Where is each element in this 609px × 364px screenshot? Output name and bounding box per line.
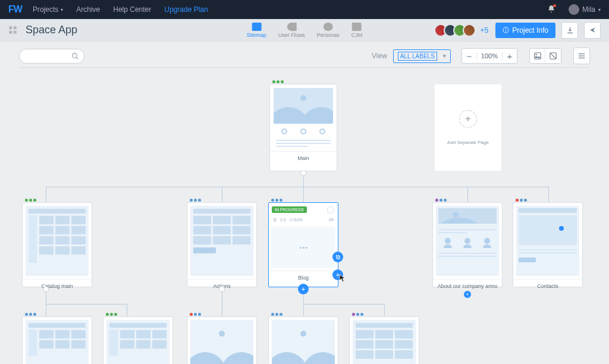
share-button[interactable] (584, 22, 601, 39)
tab-userflows[interactable]: User Flows (278, 23, 305, 38)
svg-rect-3 (14, 31, 17, 34)
svg-rect-1 (14, 26, 17, 29)
svg-point-7 (73, 53, 77, 58)
avatar (569, 4, 579, 15)
team-avatars[interactable] (438, 24, 476, 37)
search-input[interactable] (19, 49, 84, 64)
nav-archive[interactable]: Archive (76, 5, 100, 14)
add-page-label: Add Separate Page (447, 140, 489, 145)
svg-rect-13 (579, 58, 585, 58)
svg-rect-6 (506, 29, 506, 29)
team-overflow[interactable]: +5 (481, 26, 489, 34)
page-card-catalog[interactable]: Catalog main (22, 202, 92, 287)
image-view-icon[interactable] (530, 49, 545, 63)
tab-cjm[interactable]: CJM (351, 23, 363, 38)
svg-rect-2 (9, 31, 12, 34)
nav-upgrade[interactable]: Upgrade Plan (164, 5, 208, 14)
zoom-value: 100% (476, 52, 503, 59)
cursor-icon (339, 274, 346, 283)
zoom-out-button[interactable]: − (462, 49, 476, 63)
svg-rect-0 (9, 26, 12, 29)
svg-point-9 (535, 54, 536, 55)
card-label: Main (270, 151, 337, 165)
add-child-fab[interactable]: + (464, 291, 471, 298)
project-info-button[interactable]: Project Info (495, 23, 555, 38)
page-card-contacts[interactable]: Contacts (513, 202, 583, 287)
nav-projects[interactable]: Projects▾ (33, 5, 63, 14)
svg-rect-11 (579, 54, 585, 54)
page-card[interactable] (22, 316, 92, 364)
svg-rect-14 (336, 255, 339, 258)
duplicate-fab[interactable] (332, 252, 343, 262)
page-card[interactable] (268, 316, 338, 364)
card-label: Catalog main (23, 279, 92, 293)
status-badge: IN PROGRESS (272, 206, 307, 213)
page-card-about[interactable]: About our company annu (432, 202, 503, 287)
logo[interactable]: FW (8, 4, 22, 15)
card-label: Contacts (513, 279, 582, 293)
page-card-blog[interactable]: IN PROGRESS ☰⎙ 2☑ 6/2469 Blog + + (268, 202, 338, 287)
list-view-button[interactable] (573, 48, 590, 64)
check-icon (327, 206, 334, 214)
image-off-icon[interactable] (545, 49, 561, 63)
chevron-down-icon: ▾ (443, 53, 446, 59)
export-button[interactable] (561, 22, 578, 39)
view-label: View (372, 52, 387, 60)
svg-rect-12 (579, 55, 585, 56)
apps-grid-icon[interactable] (8, 26, 17, 34)
page-title: Space App (26, 24, 77, 36)
labels-dropdown[interactable]: ALL LABELS▾ (393, 49, 451, 63)
tab-sitemap[interactable]: Sitemap (247, 23, 266, 38)
page-card[interactable] (349, 316, 419, 364)
svg-rect-5 (506, 30, 506, 32)
plus-icon: + (459, 110, 477, 128)
chevron-down-icon: ▾ (598, 7, 601, 12)
add-page-button[interactable]: + Add Separate Page (434, 84, 502, 171)
chevron-down-icon: ▾ (61, 7, 63, 12)
page-card-main[interactable]: Main (269, 84, 337, 171)
svg-rect-15 (337, 256, 340, 259)
user-menu[interactable]: Mila ▾ (560, 4, 601, 15)
bell-icon[interactable] (547, 5, 555, 15)
tab-personas[interactable]: Personas (317, 23, 340, 38)
add-sibling-fab[interactable]: + (298, 284, 309, 294)
nav-help[interactable]: Help Center (113, 5, 151, 14)
page-card[interactable] (103, 316, 173, 364)
card-label: Blog (269, 271, 338, 284)
zoom-in-button[interactable]: + (503, 49, 517, 63)
page-card-actions[interactable]: Actions (187, 202, 257, 287)
page-card[interactable] (187, 316, 257, 364)
search-icon (71, 52, 79, 60)
